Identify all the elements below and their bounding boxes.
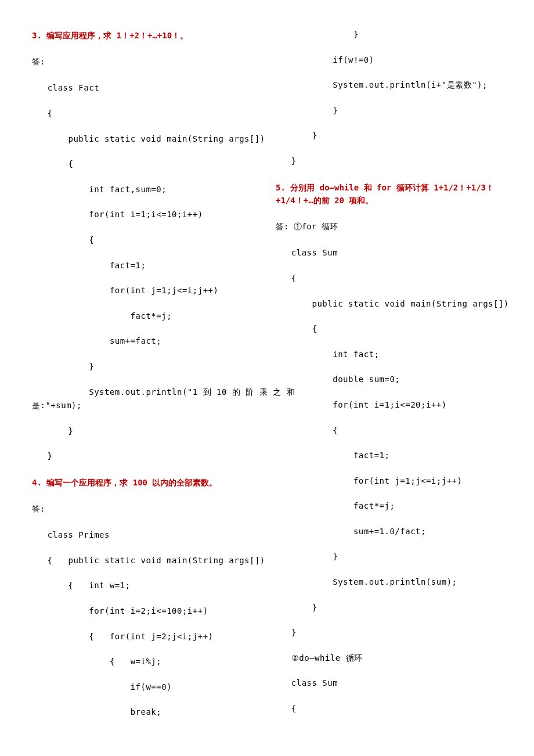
code-line: class Fact [32,82,258,94]
code-line: if(w!=0) [276,55,502,66]
code-line: } [276,551,502,563]
code-line: } [32,426,258,437]
code-line: } [276,130,502,142]
document-page: 3. 编写应用程序，求 1！+2！+…+10！。 答: class Fact {… [0,0,534,755]
code-line: sum+=fact; [32,336,258,347]
code-line: for(int i=1;i<=20;i++) [276,399,502,411]
code-line: { public static void main(String args[]) [32,555,258,567]
code-line: public static void main(String args[]) [276,298,502,310]
question-4-title: 4. 编写一个应用程序，求 100 以内的全部素数。 [32,476,258,489]
code-line: } [276,627,502,639]
code-line: for(int i=1;i<=10;i++) [32,209,258,221]
code-line: ②do—while 循环 [276,653,502,664]
code-line: System.out.println(sum); [276,577,502,588]
code-line: fact*=j; [32,311,258,322]
answer-label-5: 答: ①for 循环 [276,222,502,232]
code-line: } [32,361,258,373]
code-line: for(int i=2;i<=100;i++) [32,606,258,617]
code-line: { [276,703,502,715]
code-line: fact*=j; [276,501,502,512]
code-line: class Sum [276,678,502,689]
code-line: { w=i%j; [32,656,258,668]
answer-label-3: 答: [32,57,258,67]
code-line: fact=1; [276,450,502,462]
code-line: for(int j=1;j<=i;j++) [32,285,258,297]
code-line: if(w==0) [32,682,258,693]
code-line: fact=1; [32,260,258,272]
code-line: { [32,108,258,120]
code-line: { int w=1; [32,580,258,592]
code-line: class Primes [32,530,258,541]
code-line: { [276,425,502,437]
code-line: } [32,451,258,462]
code-line: } [276,105,502,117]
code-line: { [32,159,258,170]
code-line: { [32,235,258,246]
code-line: sum+=1.0/fact; [276,526,502,538]
code-line: { [276,323,502,335]
code-line: System.out.println("1 到 10 的 阶 乘 之 和 [32,387,258,398]
code-line: 是:"+sum); [32,400,258,412]
code-line: public static void main(String args[]) [32,134,258,145]
code-line: System.out.println(i+"是素数"); [276,80,502,91]
answer-label-4: 答: [32,504,258,514]
code-line: for(int j=1;j<=i;j++) [276,476,502,487]
code-line: { [276,273,502,285]
question-5-title: 5. 分别用 do—while 和 for 循环计算 1+1/2！+1/3！+1… [276,181,502,207]
code-line: } [276,29,502,41]
code-line: double sum=0; [276,374,502,386]
code-line: class Sum [276,247,502,259]
question-3-title: 3. 编写应用程序，求 1！+2！+…+10！。 [32,29,258,42]
code-line: break; [32,707,258,718]
code-line: int fact; [276,349,502,361]
code-line: { for(int j=2;j<i;j++) [32,631,258,643]
code-line: } [276,156,502,167]
code-line: int fact,sum=0; [32,184,258,196]
code-line: } [276,602,502,614]
